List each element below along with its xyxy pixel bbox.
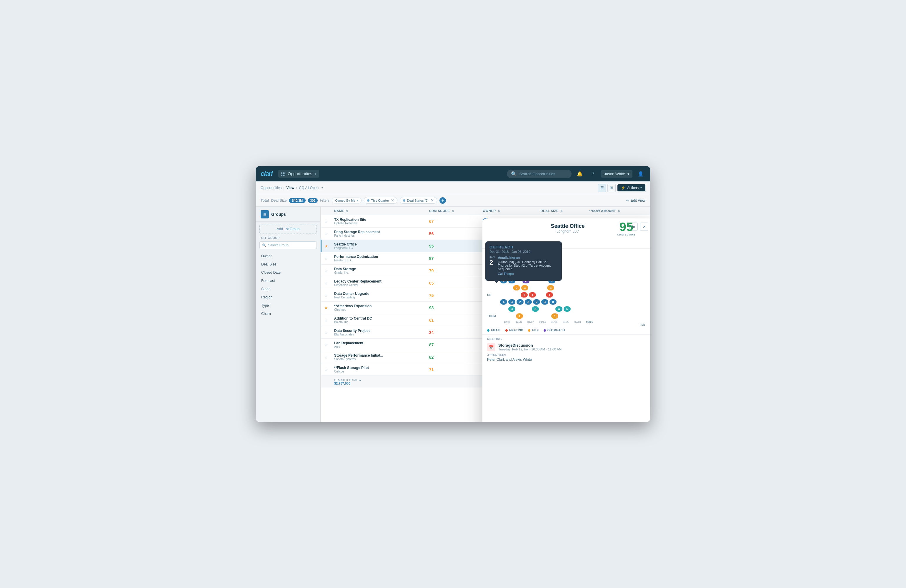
filter-status-remove[interactable]: ✕ bbox=[431, 198, 434, 202]
user-menu-button[interactable]: Jason White ▾ bbox=[601, 170, 632, 178]
filter-status-dot bbox=[403, 199, 405, 202]
edit-view-button[interactable]: ✏ Edit View bbox=[626, 198, 645, 202]
outreach-dot bbox=[544, 329, 546, 331]
deal-size-label: Deal Size bbox=[271, 198, 287, 202]
meeting-item: 📅 StorageDiscussion Tuesday, Feb 12, fro… bbox=[487, 343, 648, 351]
bubble: 4 bbox=[500, 299, 507, 304]
search-group-container: 🔍 bbox=[260, 241, 317, 249]
legend-email: EMAIL bbox=[487, 329, 501, 332]
breadcrumb-view[interactable]: View bbox=[286, 186, 294, 190]
view-dropdown-arrow[interactable]: ▾ bbox=[322, 186, 323, 189]
app-title-button[interactable]: Opportunities ▾ bbox=[278, 170, 319, 178]
meeting-dot bbox=[506, 329, 508, 331]
filter-status-label: Deal Status (2) bbox=[407, 199, 428, 202]
meeting-section: MEETING 📅 StorageDiscussion Tuesday, Feb… bbox=[482, 334, 650, 365]
edit-view-label: Edit View bbox=[631, 198, 645, 202]
sidebar: ⊞ Groups Add 1st Group 1ST GROUP 🔍 Owner… bbox=[256, 207, 321, 422]
add-filter-button[interactable]: + bbox=[439, 197, 446, 204]
search-icon: 🔍 bbox=[511, 171, 517, 177]
chart-row-2: 2 3 3 bbox=[487, 285, 648, 290]
meeting-section-label: MEETING bbox=[487, 338, 648, 341]
user-profile-icon[interactable]: 👤 bbox=[636, 169, 645, 178]
bubble: 3 bbox=[532, 306, 539, 312]
col-sow-amount[interactable]: **SOW AMOUNT ⇅ bbox=[586, 207, 650, 215]
popup-card: Seattle Office Longhorn LLC Insights Det… bbox=[482, 218, 650, 422]
deal-size-badge: $40.3M bbox=[289, 198, 306, 203]
legend-outreach: OUTREACH bbox=[544, 329, 565, 332]
attendees-label: ATTENDEES bbox=[487, 354, 648, 357]
starred-total-label: STARRED TOTAL ▲ bbox=[334, 378, 362, 382]
sidebar-item-stage[interactable]: Stage bbox=[256, 285, 321, 293]
col-crm-score[interactable]: CRM SCORE ⇅ bbox=[426, 207, 480, 215]
breadcrumb-sep-2: › bbox=[296, 186, 297, 190]
bubble: 3 bbox=[525, 299, 532, 304]
star-pang[interactable]: ☆ bbox=[324, 231, 328, 236]
sidebar-item-closed-date[interactable]: Closed Date bbox=[256, 268, 321, 277]
filter-quarter-dot bbox=[367, 199, 370, 202]
top-nav: clari Opportunities ▾ 🔍 🔔 ? Jason White … bbox=[256, 166, 650, 182]
filter-owned-by-me-arrow: ▾ bbox=[357, 199, 358, 202]
col-name[interactable]: NAME ⇅ bbox=[331, 207, 426, 215]
filter-chip-owned-by-me[interactable]: Owned By Me ▾ bbox=[332, 198, 362, 204]
list-view-button[interactable]: ☰ bbox=[598, 184, 606, 192]
filter-chip-this-quarter[interactable]: This Quarter ✕ bbox=[364, 197, 397, 204]
total-label: Total bbox=[261, 198, 269, 202]
chart-row-5: 3 3 4 6 bbox=[487, 306, 648, 312]
star-seattle[interactable]: ★ bbox=[324, 244, 328, 249]
filter-chip-deal-status[interactable]: Deal Status (2) ✕ bbox=[400, 197, 437, 204]
col-deal-size[interactable]: DEAL SIZE ⇅ bbox=[538, 207, 586, 215]
chart-legend: EMAIL MEETING FILE OUTREACH bbox=[482, 326, 650, 334]
tooltip-date: Dec 31, 2018 - Jan 06, 2019 bbox=[490, 250, 558, 253]
table-area: NAME ⇅ CRM SCORE ⇅ OWNER ⇅ DEAL SIZE ⇅ *… bbox=[321, 207, 650, 422]
breadcrumb-cq-all-open[interactable]: CQ All Open bbox=[299, 186, 319, 190]
sidebar-item-forecast[interactable]: Forecast bbox=[256, 277, 321, 285]
bubble: 1 bbox=[516, 313, 523, 319]
popup-crm-area: 95 CRM SCORE bbox=[617, 221, 635, 236]
bubble: 1 bbox=[546, 292, 553, 298]
user-dropdown-arrow: ▾ bbox=[627, 172, 630, 176]
sidebar-item-type[interactable]: Type bbox=[256, 301, 321, 309]
sidebar-item-region[interactable]: Region bbox=[256, 293, 321, 301]
bubble: 3 bbox=[547, 285, 554, 290]
col-star bbox=[321, 207, 332, 215]
user-name: Jason White bbox=[604, 172, 625, 176]
tooltip-day: 2 bbox=[490, 259, 495, 266]
bubble: 2 bbox=[513, 285, 520, 290]
tooltip-jan-area: JAN 2 Amalia Ingram [Outbound] [Call Con… bbox=[490, 256, 558, 276]
breadcrumb-sep-1: › bbox=[283, 186, 284, 190]
col-owner[interactable]: OWNER ⇅ bbox=[480, 207, 538, 215]
sidebar-item-owner[interactable]: Owner bbox=[256, 252, 321, 260]
email-dot bbox=[487, 329, 490, 331]
filter-quarter-remove[interactable]: ✕ bbox=[391, 198, 394, 202]
chart-row-4: 4 3 2 3 2 3 8 bbox=[487, 299, 648, 304]
actions-button[interactable]: ⚡ Actions ▾ bbox=[617, 184, 645, 191]
bubble: 3 bbox=[508, 299, 515, 304]
meeting-time: Tuesday, Feb 12, from 10:30 AM - 11:00 A… bbox=[498, 347, 561, 351]
main-content: ⊞ Groups Add 1st Group 1ST GROUP 🔍 Owner… bbox=[256, 207, 650, 422]
notification-button[interactable]: 🔔 bbox=[575, 169, 584, 178]
breadcrumb-opportunities[interactable]: Opportunities bbox=[261, 186, 282, 190]
sidebar-item-deal-size[interactable]: Deal Size bbox=[256, 260, 321, 268]
grid-view-button[interactable]: ⊞ bbox=[608, 184, 616, 192]
bubble: 8 bbox=[549, 299, 557, 304]
view-toggle: ☰ ⊞ bbox=[598, 184, 616, 192]
tooltip-month: JAN bbox=[490, 256, 495, 259]
breadcrumb-bar: Opportunities › View › CQ All Open ▾ ☰ ⊞… bbox=[256, 182, 650, 194]
lightning-icon: ⚡ bbox=[621, 186, 625, 190]
tooltip-title: OUTREACH bbox=[490, 249, 558, 249]
sidebar-item-churn[interactable]: Churn bbox=[256, 309, 321, 318]
legend-meeting: MEETING bbox=[506, 329, 523, 332]
bubble: 1 bbox=[529, 292, 536, 298]
add-group-button[interactable]: Add 1st Group bbox=[260, 225, 317, 233]
filter-owned-by-me-label: Owned By Me bbox=[335, 199, 355, 202]
file-dot bbox=[528, 329, 530, 331]
search-bar[interactable]: 🔍 bbox=[507, 170, 571, 178]
tooltip-description: [Outbound] [Call Connect] Call Cal Thorp… bbox=[498, 260, 558, 271]
meeting-title: StorageDiscussion bbox=[498, 343, 561, 347]
close-popup-icon[interactable]: ✕ bbox=[640, 223, 648, 231]
help-button[interactable]: ? bbox=[588, 169, 597, 178]
star-tx[interactable]: ☆ bbox=[324, 219, 328, 224]
search-input[interactable] bbox=[519, 172, 566, 176]
legend-file: FILE bbox=[528, 329, 539, 332]
search-group-input[interactable] bbox=[268, 243, 314, 247]
